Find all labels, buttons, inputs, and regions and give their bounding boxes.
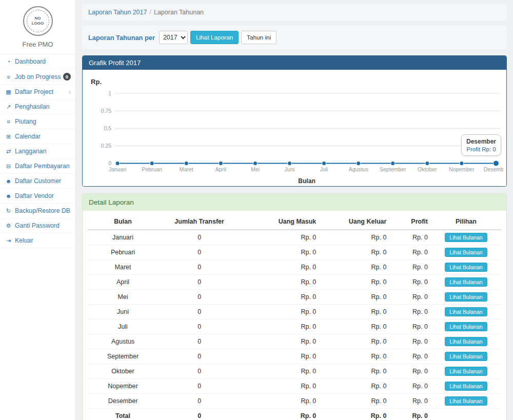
svg-text:Nopember: Nopember <box>449 166 475 172</box>
this-year-button[interactable]: Tahun ini <box>241 31 277 44</box>
uang-keluar-cell: Rp. 0 <box>319 274 389 289</box>
sidebar-item-daftar-vendor[interactable]: ☻Daftar Vendor <box>0 189 75 204</box>
profit-cell: Rp. 0 <box>389 349 431 364</box>
report-row-desember: Desember0Rp. 0Rp. 0Rp. 0Lihat Bulanan <box>88 393 501 408</box>
total-uang-keluar: Rp. 0 <box>319 408 389 420</box>
uang-keluar-cell: Rp. 0 <box>319 378 389 393</box>
total-row: Total0Rp. 0Rp. 0Rp. 0 <box>88 408 501 420</box>
detail-report-panel: Detail Laporan BulanJumlah TransferUang … <box>82 193 507 420</box>
main-content: Laporan Tahun 2017/Laporan Tahunan Lapor… <box>76 0 513 420</box>
sidebar-item-label: Daftar Pembayaran <box>15 163 70 170</box>
sidebar-item-label: Job on Progress <box>15 73 61 81</box>
view-monthly-button-juni[interactable]: Lihat Bulanan <box>445 307 487 316</box>
jumlah-transfer-cell: 0 <box>158 364 241 378</box>
sidebar: NO LOGO Free PMO ◔Dashboard≡Job on Progr… <box>0 0 76 420</box>
report-row-mei: Mei0Rp. 0Rp. 0Rp. 0Lihat Bulanan <box>88 289 501 304</box>
jumlah-transfer-cell: 0 <box>158 378 241 393</box>
action-cell: Lihat Bulanan <box>431 304 501 319</box>
no-logo-text: NO LOGO <box>27 10 49 32</box>
profit-cell: Rp. 0 <box>389 334 431 349</box>
subscription-icon: ⇄ <box>5 148 12 155</box>
no-logo-badge: NO LOGO <box>23 6 53 36</box>
sidebar-item-ganti-password[interactable]: ⚙Ganti Password <box>0 218 75 233</box>
view-monthly-button-pebruari[interactable]: Lihat Bulanan <box>445 248 487 257</box>
view-monthly-button-maret[interactable]: Lihat Bulanan <box>445 263 487 272</box>
year-select[interactable]: 2017 <box>159 31 188 44</box>
svg-text:1: 1 <box>108 90 111 96</box>
report-row-nopember: Nopember0Rp. 0Rp. 0Rp. 0Lihat Bulanan <box>88 378 501 393</box>
svg-text:April: April <box>215 166 226 172</box>
uang-masuk-cell: Rp. 0 <box>241 364 319 378</box>
detail-body: BulanJumlah TransferUang MasukUang Kelua… <box>83 211 506 420</box>
uang-masuk-cell: Rp. 0 <box>241 230 319 245</box>
report-row-oktober: Oktober0Rp. 0Rp. 0Rp. 0Lihat Bulanan <box>88 364 501 378</box>
uang-keluar-cell: Rp. 0 <box>319 393 389 408</box>
table-header-row: BulanJumlah TransferUang MasukUang Kelua… <box>88 214 501 230</box>
bulan-cell: Agustus <box>88 334 158 349</box>
svg-text:Rp.: Rp. <box>91 78 102 86</box>
income-chart-icon: ↗ <box>5 104 12 110</box>
sidebar-item-keluar[interactable]: ⇥Keluar <box>0 233 75 248</box>
chart-tooltip: Desember Profit Rp: 0 <box>461 134 501 156</box>
uang-masuk-cell: Rp. 0 <box>241 259 319 274</box>
sidebar-item-label: Backup/Restore DB <box>15 207 70 214</box>
action-cell: Lihat Bulanan <box>431 230 501 245</box>
column-header-uang-keluar: Uang Keluar <box>319 214 389 230</box>
profit-cell: Rp. 0 <box>389 289 431 304</box>
lock-icon: ⚙ <box>5 223 12 229</box>
profit-line-chart: Rp.00.250.50.751JanuariPebruariMaretApri… <box>86 75 503 185</box>
report-row-juni: Juni0Rp. 0Rp. 0Rp. 0Lihat Bulanan <box>88 304 501 319</box>
action-cell: Lihat Bulanan <box>431 319 501 334</box>
view-monthly-button-desember[interactable]: Lihat Bulanan <box>445 396 487 406</box>
sidebar-item-piutang[interactable]: ¤Piutang <box>0 114 75 129</box>
job-count-badge: 0 <box>63 73 71 81</box>
uang-masuk-cell: Rp. 0 <box>241 349 319 364</box>
view-monthly-button-april[interactable]: Lihat Bulanan <box>445 277 487 287</box>
sidebar-item-daftar-customer[interactable]: ☻Daftar Customer <box>0 174 75 189</box>
svg-text:Pebruari: Pebruari <box>142 166 162 172</box>
jumlah-transfer-cell: 0 <box>158 259 241 274</box>
uang-masuk-cell: Rp. 0 <box>241 245 319 259</box>
svg-text:0.25: 0.25 <box>101 143 112 149</box>
calendar-icon: ⊞ <box>5 133 12 140</box>
view-monthly-button-oktober[interactable]: Lihat Bulanan <box>445 367 487 376</box>
sidebar-item-daftar-pembayaran[interactable]: ⊟Daftar Pembayaran <box>0 159 75 174</box>
breadcrumb-current: Laporan Tahunan <box>154 9 204 16</box>
svg-text:Mei: Mei <box>251 166 260 172</box>
profit-cell: Rp. 0 <box>389 259 431 274</box>
svg-text:0.5: 0.5 <box>104 125 112 131</box>
sidebar-item-daftar-project[interactable]: ▦Daftar Project‹ <box>0 85 75 99</box>
view-report-button[interactable]: Lihat Laporan <box>190 31 239 44</box>
sidebar-item-label: Langganan <box>15 148 47 155</box>
sidebar-item-langganan[interactable]: ⇄Langganan <box>0 144 75 159</box>
sidebar-item-label: Calendar <box>15 133 41 140</box>
view-monthly-button-mei[interactable]: Lihat Bulanan <box>445 292 487 302</box>
filter-label: Laporan Tahunan per <box>88 34 155 42</box>
jumlah-transfer-cell: 0 <box>158 349 241 364</box>
sidebar-item-dashboard[interactable]: ◔Dashboard <box>0 54 75 69</box>
svg-text:Agustus: Agustus <box>349 166 368 172</box>
view-monthly-button-agustus[interactable]: Lihat Bulanan <box>445 337 487 346</box>
view-monthly-button-januari[interactable]: Lihat Bulanan <box>445 233 487 242</box>
action-cell: Lihat Bulanan <box>431 378 501 393</box>
sidebar-item-calendar[interactable]: ⊞Calendar <box>0 129 75 144</box>
sidebar-item-penghasilan[interactable]: ↗Penghasilan <box>0 99 75 114</box>
sidebar-item-backup-restore-db[interactable]: ↻Backup/Restore DB <box>0 204 75 218</box>
chart-body: Rp.00.250.50.751JanuariPebruariMaretApri… <box>83 70 506 186</box>
breadcrumb-link-year-report[interactable]: Laporan Tahun 2017 <box>88 9 147 16</box>
action-cell: Lihat Bulanan <box>431 393 501 408</box>
total-uang-masuk: Rp. 0 <box>241 408 319 420</box>
view-monthly-button-september[interactable]: Lihat Bulanan <box>445 352 487 361</box>
uang-keluar-cell: Rp. 0 <box>319 364 389 378</box>
view-monthly-button-juli[interactable]: Lihat Bulanan <box>445 322 487 331</box>
sidebar-item-label: Daftar Customer <box>15 177 61 185</box>
bulan-cell: Juli <box>88 319 158 334</box>
total-profit: Rp. 0 <box>389 408 431 420</box>
uang-keluar-cell: Rp. 0 <box>319 349 389 364</box>
sidebar-item-label: Dashboard <box>15 58 46 65</box>
payment-icon: ⊟ <box>5 163 12 170</box>
chart-panel-header: Grafik Profit 2017 <box>83 56 506 70</box>
view-monthly-button-nopember[interactable]: Lihat Bulanan <box>445 382 487 391</box>
uang-keluar-cell: Rp. 0 <box>319 319 389 334</box>
sidebar-item-job-on-progress[interactable]: ≡Job on Progress0 <box>0 69 75 85</box>
